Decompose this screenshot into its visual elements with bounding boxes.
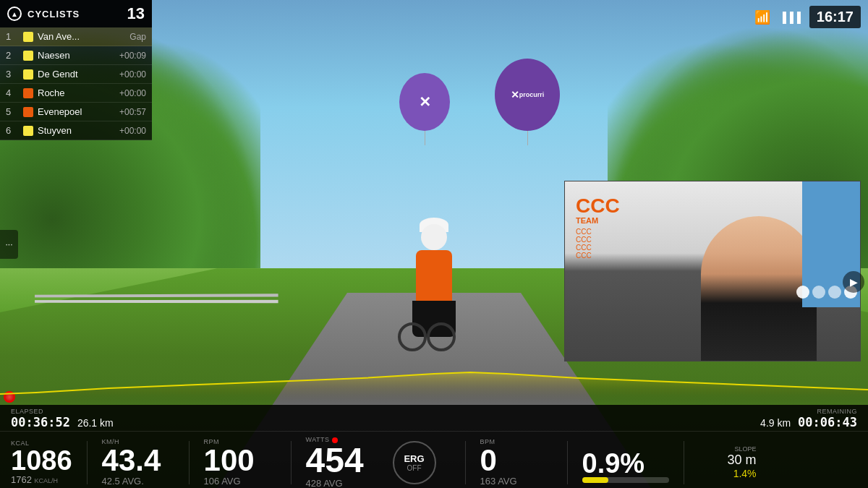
kcal-group: KCAL 1086 1762 KCAL/H (11, 440, 72, 485)
remaining-label: REMAINING (817, 408, 857, 415)
slope-value: 0.9% (582, 450, 669, 477)
cyclists-label: CYCLISTS (27, 9, 122, 20)
cyclist-color-5 (23, 107, 33, 117)
cam-dot-2[interactable] (812, 286, 825, 299)
cyclist-gap-6: +00:00 (119, 126, 146, 136)
cyclist-row-2: 2 Naesen +00:09 (0, 46, 152, 65)
balloon-body-2: ✕procurri (495, 59, 560, 131)
divider-1 (87, 441, 88, 484)
balloon-string-2 (527, 131, 528, 145)
cyclist-row-3: 3 De Gendt +00:00 (0, 65, 152, 84)
cyclist-gap-5: +00:57 (119, 107, 146, 117)
slope-m-sub: 1.4% (733, 468, 757, 479)
slope-group: 0.9% (582, 442, 669, 483)
balloon-2: ✕procurri (495, 59, 560, 145)
cyclist-name-2: Naesen (38, 50, 115, 61)
balloon-body-1: ✕ (399, 73, 450, 131)
divider-4 (465, 441, 466, 484)
erg-label: ERG (404, 453, 424, 464)
kcal-rate-label: KCAL/H (35, 477, 59, 484)
cyclist-body (416, 250, 452, 308)
signal-bars-icon: ▐▐▐ (779, 12, 801, 23)
cyclist-rank-1: 1 (6, 31, 19, 42)
cyclist-name-5: Evenepoel (38, 106, 115, 117)
stats-bar: ELAPSED 00:36:52 26.1 km REMAINING 4.9 k… (0, 405, 868, 488)
cyclists-up-icon: ▲ (7, 7, 22, 21)
elevation-chart (0, 358, 868, 405)
cyclist-name-4: Roche (38, 87, 115, 98)
cyclist-gap-3: +00:00 (119, 69, 146, 80)
ccc-team-logo: CCC (576, 196, 620, 216)
cyclist-color-6 (23, 126, 33, 136)
guardrail (35, 299, 278, 302)
cyclist-wheel-front (427, 322, 456, 351)
cyclist-rank-4: 4 (6, 87, 19, 98)
remaining-section: REMAINING 4.9 km 00:06:43 (760, 408, 857, 429)
rpm-avg: 106 AVG (204, 476, 276, 487)
cyclist-rank-2: 2 (6, 50, 19, 61)
divider-3 (291, 441, 292, 484)
slope-bar-fill (582, 477, 608, 483)
rpm-group: RPM 100 106 AVG (204, 438, 276, 487)
balloon-string-1 (425, 131, 425, 145)
bpm-group: BPM 0 163 AVG (480, 438, 553, 487)
divider-5 (567, 441, 568, 484)
cyclist-color-2 (23, 51, 33, 61)
rpm-value: 100 (204, 445, 276, 476)
cyclists-panel-header[interactable]: ▲ CYCLISTS 13 (0, 0, 152, 27)
watts-value: 454 (306, 443, 378, 478)
side-menu-button[interactable]: ··· (0, 230, 18, 259)
watts-group: WATTS 454 428 AVG (306, 436, 378, 488)
dots-icon: ··· (5, 239, 12, 249)
cyclist-row-6: 6 Stuyven +00:00 (0, 121, 152, 140)
ccc-banner: CCC TEAM CCCCCCCCCCCC (576, 196, 620, 260)
divider-6 (684, 441, 684, 484)
stats-main-row: KCAL 1086 1762 KCAL/H KM/H 43.4 42.5 AVG… (0, 432, 868, 488)
kmh-group: KM/H 43.4 42.5 AVG. (102, 438, 174, 487)
bpm-value: 0 (480, 445, 553, 476)
cam-dot-1[interactable] (796, 286, 809, 299)
erg-button[interactable]: ERG OFF (393, 441, 436, 484)
ccc-team-label: TEAM (576, 216, 620, 225)
watts-avg: 428 AVG (306, 478, 378, 488)
cyclist-name-3: De Gendt (38, 69, 115, 80)
cyclist-row-5: 5 Evenepoel +00:57 (0, 103, 152, 121)
cyclist-wheel-back (398, 322, 427, 351)
erg-status: OFF (407, 464, 422, 472)
kmh-avg: 42.5 AVG. (102, 476, 174, 487)
slope-bar (582, 477, 669, 483)
elapsed-section: ELAPSED 00:36:52 26.1 km (11, 408, 114, 429)
ccc-brand-lines: CCCCCCCCCCCC (576, 228, 620, 260)
cyclist-rank-3: 3 (6, 69, 19, 80)
slope-meters-group: SLOPE 30 m 1.4% (699, 445, 757, 479)
cyclist-row-1: 1 Van Ave... Gap (0, 27, 152, 46)
cyclist-color-1 (23, 32, 33, 42)
cyclist-gap-1: Gap (129, 32, 146, 42)
camera-arrow-right[interactable]: ▶ (843, 271, 864, 293)
kcal-rate: 1762 KCAL/H (11, 474, 72, 485)
cyclist-rank-6: 6 (6, 125, 19, 136)
cyclist-gap-4: +00:00 (119, 88, 146, 98)
camera-view: CCC TEAM CCCCCCCCCCCC (564, 181, 861, 361)
game-view: ✕ ✕procurri ··· ▲ CYCLISTS 13 1 Van Ave.… (0, 0, 868, 488)
cam-dot-3[interactable] (828, 286, 841, 299)
cyclist-head (421, 224, 447, 250)
slope-m-value: 30 m (728, 453, 757, 468)
balloon-1: ✕ (399, 73, 450, 145)
cyclist-figure (391, 192, 477, 351)
cyclist-color-4 (23, 88, 33, 98)
cyclists-panel: ▲ CYCLISTS 13 1 Van Ave... Gap 2 Naesen … (0, 0, 152, 140)
slope-m-label: SLOPE (735, 445, 757, 453)
clock-display: 16:17 (809, 6, 861, 28)
cyclist-gap-2: +00:09 (119, 51, 146, 61)
elapsed-label: ELAPSED (11, 408, 114, 415)
remaining-dist: 4.9 km (760, 417, 791, 429)
top-right-hud: 📶 ▐▐▐ 16:17 (754, 6, 861, 28)
kmh-value: 43.4 (102, 445, 174, 476)
camera-inner: CCC TEAM CCCCCCCCCCCC (565, 181, 860, 361)
cyclist-color-3 (23, 69, 33, 80)
elapsed-time: 00:36:52 (11, 415, 70, 429)
elapsed-dist: 26.1 km (77, 417, 114, 429)
kcal-value: 1086 (11, 447, 72, 474)
divider-2 (189, 441, 190, 484)
